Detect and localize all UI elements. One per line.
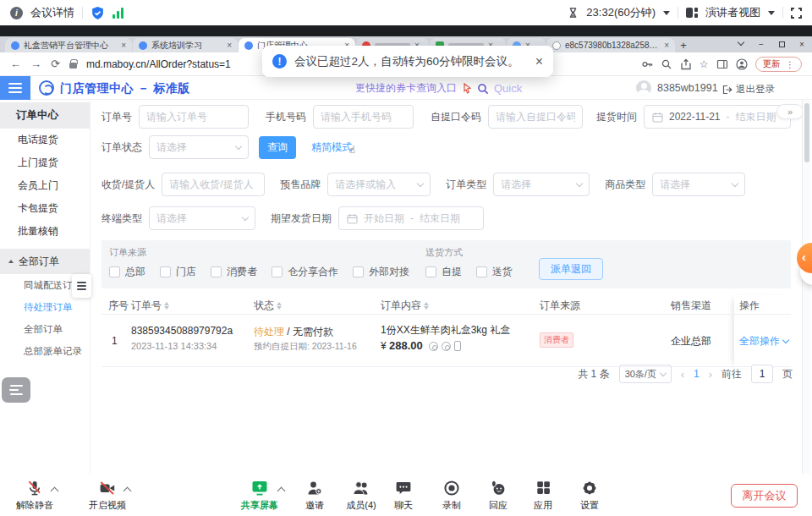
checkbox-icon[interactable] [476, 266, 487, 277]
sidebar-item-all-orders[interactable]: 全部订单 [0, 318, 90, 340]
pickup-time-range-picker[interactable]: 2022-11-21 - 结束日期 [644, 105, 791, 129]
order-no-input[interactable] [139, 105, 249, 129]
sort-icon[interactable] [277, 302, 282, 310]
sort-icon[interactable] [424, 302, 429, 310]
sidebar-item-member-visit[interactable]: 会员上门 [0, 174, 90, 197]
ssl-lock-icon[interactable] [69, 63, 77, 69]
checkbox-icon[interactable] [425, 266, 436, 277]
ship-date-range-picker[interactable]: 开始日期 - 结束日期 [338, 206, 484, 230]
sidebar-item-hq-dispatch-records[interactable]: 总部派单记录 [0, 340, 90, 362]
quick-search-icon[interactable] [477, 83, 489, 95]
back-button[interactable]: ← [10, 58, 21, 70]
settings-button[interactable]: 设置 [562, 479, 617, 512]
receiver-input[interactable] [162, 173, 265, 196]
order-type-select[interactable]: 请选择 [493, 173, 590, 196]
checkbox-store[interactable]: 门店 [160, 265, 196, 279]
tab-search-icon[interactable] [731, 40, 751, 49]
browser-tab-7[interactable]: e8c573980b1328a2586d2e6i8 × [546, 38, 675, 52]
checkbox-warehouse-share[interactable]: 仓分享合作 [272, 265, 338, 279]
new-tab-button[interactable]: + [676, 38, 691, 52]
sidebar-collapse-handle[interactable] [72, 274, 91, 298]
zoom-icon[interactable] [661, 58, 672, 70]
view-mode-label[interactable]: 演讲者视图 [705, 5, 760, 20]
terminal-type-select[interactable]: 请选择 [149, 206, 255, 230]
pickup-code-input[interactable] [488, 105, 583, 129]
goto-page-input[interactable] [751, 365, 773, 383]
toast-close-icon[interactable]: × [535, 54, 543, 69]
promo-link[interactable]: 更快捷的券卡查询入口 [355, 81, 457, 96]
sidebar-item-door-pickup[interactable]: 上门提货 [0, 151, 90, 174]
quick-label[interactable]: Quick [494, 82, 522, 95]
minimize-button[interactable]: − [751, 40, 771, 49]
quick-menu-fab[interactable] [2, 377, 30, 403]
tab-close-icon[interactable]: × [121, 41, 126, 50]
simple-mode-link[interactable]: 精简模式 ☝ [311, 140, 352, 155]
scrollbar-thumb[interactable] [804, 103, 809, 162]
start-video-button[interactable]: 开启视频 [80, 479, 134, 512]
sidebar-item-card-pickup[interactable]: 卡包提货 [0, 197, 90, 220]
checkbox-icon[interactable] [211, 266, 222, 277]
browser-tab-2[interactable]: 系统培训学习 × [133, 38, 238, 52]
sidebar-item-pending-orders[interactable]: 待处理订单 [0, 296, 90, 318]
tab-close-icon[interactable]: × [664, 41, 669, 50]
tab-close-icon[interactable]: × [227, 41, 232, 50]
col-content[interactable]: 订单内容 [381, 299, 429, 313]
col-order-no[interactable]: 订单号 [131, 299, 169, 313]
profile-avatar-icon[interactable] [736, 58, 748, 70]
checkbox-delivery[interactable]: 送货 [476, 265, 513, 279]
url-field[interactable]: md.maboy.cn/AllOrder?status=1 [86, 58, 231, 70]
checkbox-external[interactable]: 外部对接 [353, 265, 409, 279]
fullscreen-icon[interactable] [791, 8, 802, 19]
security-shield-icon[interactable] [91, 6, 105, 20]
next-page-button[interactable]: › [709, 368, 712, 381]
range-separator: - [410, 212, 414, 224]
leave-meeting-button[interactable]: 离开会议 [731, 484, 798, 508]
share-icon[interactable] [680, 58, 692, 70]
page-size-select[interactable]: 30条/页 [619, 365, 672, 383]
chat-button[interactable]: 聊天 [376, 479, 431, 512]
col-status[interactable]: 状态 [254, 299, 282, 313]
forward-button[interactable]: → [30, 58, 41, 70]
current-page[interactable]: 1 [694, 368, 700, 380]
maximize-button[interactable] [771, 40, 792, 49]
checkbox-icon[interactable] [272, 266, 283, 277]
logout-button[interactable]: 退出登录 [722, 83, 775, 96]
checkbox-consumer[interactable]: 消费者 [211, 265, 257, 279]
phone-input[interactable] [313, 105, 414, 129]
sidebar-group-all-orders[interactable]: 全部订单 [0, 249, 90, 274]
sidebar-section-order-center[interactable]: 订单中心 [0, 102, 90, 129]
side-panel-icon[interactable] [716, 58, 728, 70]
share-screen-button[interactable]: 共享屏幕 [233, 479, 287, 512]
bookmark-star-icon[interactable]: ☆ [700, 58, 709, 70]
table-row[interactable]: 1 83859345088979792a 2023-11-13 14:33:34… [102, 315, 791, 367]
sort-icon[interactable] [164, 302, 169, 310]
search-button[interactable]: 查询 [259, 136, 296, 159]
password-key-icon[interactable] [641, 58, 653, 70]
presale-brand-select[interactable]: 请选择或输入 [327, 173, 431, 196]
dispatch-return-button[interactable]: 派单退回 [539, 258, 603, 280]
refresh-button[interactable]: ⟳ [51, 58, 60, 70]
prev-page-button[interactable]: ‹ [681, 368, 684, 381]
sidebar-item-batch-verify[interactable]: 批量核销 [0, 220, 90, 243]
expand-filters-button[interactable]: » [776, 104, 804, 119]
meeting-info-icon[interactable]: i [10, 7, 23, 19]
timer-caret-down-icon[interactable] [663, 11, 670, 15]
meeting-info-label[interactable]: 会议详情 [30, 5, 74, 20]
sidebar-toggle-button[interactable] [0, 76, 30, 100]
checkbox-icon[interactable] [353, 266, 364, 277]
checkbox-icon[interactable] [109, 266, 120, 277]
sidebar-item-phone-pickup[interactable]: 电话提货 [0, 129, 90, 151]
chrome-update-button[interactable]: 更新 ⋮ [755, 57, 803, 72]
view-caret-down-icon[interactable] [768, 11, 775, 15]
browser-tab-1[interactable]: 礼盒营销平台管理中心 × [5, 38, 132, 52]
window-close-button[interactable]: × [792, 40, 812, 49]
page-scrollbar[interactable] [802, 100, 810, 474]
checkbox-icon[interactable] [160, 266, 171, 277]
browser-menu-icon[interactable]: ⋮ [786, 59, 795, 69]
checkbox-hq[interactable]: 总部 [109, 265, 145, 279]
goods-type-select[interactable]: 请选择 [652, 173, 745, 196]
checkbox-self-pickup[interactable]: 自提 [425, 265, 462, 279]
unmute-button[interactable]: 解除静音 [8, 479, 62, 512]
order-status-select[interactable]: 请选择 [149, 135, 249, 159]
row-action-dropdown[interactable]: 全部操作 [739, 334, 788, 349]
